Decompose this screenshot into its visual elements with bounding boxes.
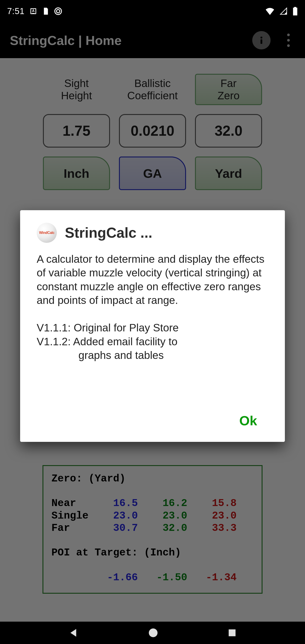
battery-icon (292, 7, 298, 16)
dialog-title: StringCalc ... (65, 224, 152, 241)
home-icon[interactable] (147, 627, 159, 639)
svg-point-4 (149, 628, 158, 637)
ok-button[interactable]: Ok (232, 408, 264, 433)
back-icon[interactable] (68, 627, 80, 639)
svg-text:A: A (32, 9, 34, 13)
logo-text: WindCalc (39, 231, 54, 235)
about-dialog: WindCalc StringCalc ... A calculator to … (20, 210, 285, 442)
recents-icon[interactable] (227, 628, 237, 638)
dialog-actions: Ok (37, 408, 268, 433)
sd-card-icon (42, 7, 49, 15)
wifi-icon (265, 8, 274, 15)
keyboard-icon: A (30, 8, 37, 15)
status-left: 7:51 A (7, 6, 62, 16)
status-right (265, 7, 298, 16)
dialog-body: A calculator to determine and display th… (37, 252, 268, 408)
status-clock: 7:51 (7, 6, 24, 16)
cell-signal-icon (280, 8, 288, 15)
app-logo-icon: WindCalc (37, 223, 57, 243)
android-nav-bar (0, 622, 305, 644)
android-status-bar: 7:51 A (0, 0, 305, 22)
svg-rect-5 (228, 630, 236, 636)
svg-point-1 (55, 8, 62, 14)
dnd-icon (54, 7, 62, 15)
dialog-head: WindCalc StringCalc ... (37, 223, 268, 243)
